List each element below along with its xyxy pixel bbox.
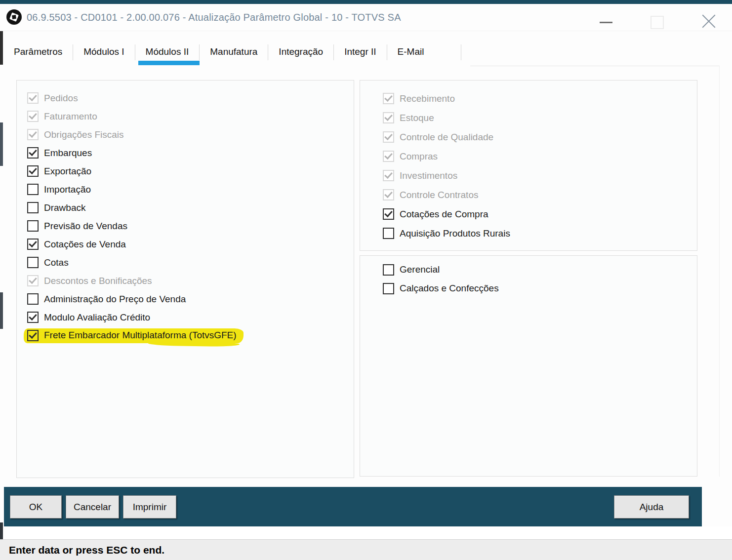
module-list: GerencialCalçados e Confecções [360,256,697,476]
checkbox-label[interactable]: Exportação [44,166,91,177]
checkbox-previsao-de-vendas[interactable] [27,220,39,232]
checkbox-importacao[interactable] [27,184,39,195]
checkbox-calcados-e-confeccoes[interactable] [383,283,394,294]
module-row: Drawback [27,199,354,217]
checkbox-label[interactable]: Administração do Preço de Venda [44,294,186,305]
cancelar-button[interactable]: Cancelar [66,495,119,519]
checkbox-estoque [383,112,394,123]
module-row: Faturamento [27,107,354,125]
status-bar: Enter data or press ESC to end. [0,539,732,560]
checkbox-label[interactable]: Frete Embarcador Multiplataforma (TotvsG… [44,330,237,341]
tab-e-mail[interactable]: E-Mail [398,43,424,63]
checkbox-label[interactable]: Embarques [44,148,92,159]
dialog-window: 06.9.5503 - CD0101 - 2.00.00.076 - Atual… [0,0,732,560]
module-row: Controle Contratos [383,185,697,204]
checkbox-investimentos [383,170,394,181]
highlight-marker: Frete Embarcador Multiplataforma (TotvsG… [24,328,244,343]
checkbox-cotacoes-de-compra[interactable] [383,208,394,220]
checkbox-cotas[interactable] [27,257,39,268]
checkbox-label: Recebimento [400,93,455,104]
checkbox-label[interactable]: Modulo Avaliação Crédito [44,312,150,323]
checkbox-frete-embarcador-multiplataforma-totvsgfe[interactable] [27,330,39,341]
status-text: Enter data or press ESC to end. [9,544,164,556]
checkbox-label: Controle de Qualidade [400,132,493,143]
footer-gap [3,526,732,539]
checkbox-label[interactable]: Calçados e Confecções [400,283,499,294]
checkbox-label: Investimentos [400,170,457,181]
checkbox-gerencial[interactable] [383,264,394,276]
action-buttons: OKCancelarImprimir [10,495,176,519]
tab-separator [268,44,268,60]
module-row: Obrigações Fiscais [27,125,354,144]
module-row: Modulo Avaliação Crédito [27,308,354,326]
checkbox-label[interactable]: Cotas [44,257,69,268]
window-accent-strip [0,0,732,4]
module-row: Aquisição Produtos Rurais [383,224,697,243]
checkbox-label[interactable]: Previsão de Vendas [44,221,127,232]
tab-parametros[interactable]: Parâmetros [14,43,62,63]
checkbox-label[interactable]: Cotações de Venda [44,239,126,250]
checkbox-label: Pedidos [44,93,78,104]
button-bar: OKCancelarImprimir Ajuda [4,487,702,526]
modules-panel-right-bottom: GerencialCalçados e Confecções [360,255,697,477]
modules-panel-right-top: RecebimentoEstoqueControle de QualidadeC… [360,80,697,251]
checkbox-exportacao[interactable] [27,165,39,177]
tab-page-border [470,66,719,66]
checkbox-label[interactable]: Importação [44,184,91,195]
close-icon[interactable] [701,14,716,29]
background-window-edge [0,292,3,329]
module-row: Previsão de Vendas [27,217,354,235]
module-row: Compras [383,147,697,166]
module-row: Importação [27,180,354,199]
checkbox-recebimento [383,93,394,104]
checkbox-cotacoes-de-venda[interactable] [27,239,39,250]
ajuda-button[interactable]: Ajuda [614,495,689,519]
checkbox-drawback[interactable] [27,202,39,213]
ok-button[interactable]: OK [10,495,62,519]
checkbox-obrigacoes-fiscais [27,129,39,140]
checkbox-label: Compras [400,151,438,162]
module-row: Controle de Qualidade [383,127,697,147]
tab-separator [199,44,200,60]
tab-manufatura[interactable]: Manufatura [210,43,257,63]
module-row: Calçados e Confecções [383,279,697,298]
module-row: Cotas [27,253,354,272]
maximize-icon[interactable] [651,16,664,29]
checkbox-controle-contratos [383,189,394,200]
checkbox-label: Descontos e Bonificações [44,276,152,286]
imprimir-button[interactable]: Imprimir [123,495,176,519]
checkbox-embarques[interactable] [27,147,39,159]
checkbox-descontos-e-bonificacoes [27,275,39,286]
window-title: 06.9.5503 - CD0101 - 2.00.00.076 - Atual… [27,12,401,23]
tab-separator [387,44,387,60]
module-row: Gerencial [383,260,697,279]
modules-panel-left: PedidosFaturamentoObrigações FiscaisEmba… [16,80,354,478]
title-bar: 06.9.5503 - CD0101 - 2.00.00.076 - Atual… [0,4,732,31]
module-row: Descontos e Bonificações [27,272,354,290]
tab-separator [135,44,135,60]
tab-modulos-ii[interactable]: Módulos II [146,43,189,63]
checkbox-modulo-avaliacao-credito[interactable] [27,312,39,323]
checkbox-label[interactable]: Aquisição Produtos Rurais [400,228,510,239]
module-list: RecebimentoEstoqueControle de QualidadeC… [360,80,697,250]
tab-page-border [719,66,720,477]
checkbox-label[interactable]: Cotações de Compra [400,209,488,220]
tab-separator [333,44,334,60]
module-row: Cotações de Venda [27,235,354,253]
checkbox-faturamento [27,111,39,122]
tab-modulos-i[interactable]: Módulos I [83,43,124,63]
module-row: Pedidos [27,89,354,107]
tab-integracao[interactable]: Integração [279,43,323,63]
checkbox-label[interactable]: Gerencial [400,264,440,275]
totvs-logo-icon [6,9,22,25]
tab-integr-ii[interactable]: Integr II [344,43,376,63]
checkbox-controle-de-qualidade [383,131,394,143]
checkbox-label[interactable]: Drawback [44,202,85,213]
checkbox-administracao-do-preco-de-venda[interactable] [27,293,39,305]
checkbox-pedidos [27,92,39,104]
module-row: Embarques [27,144,354,162]
checkbox-aquisicao-produtos-rurais[interactable] [383,228,394,239]
tab-separator [73,44,73,60]
module-row: Investimentos [383,166,697,185]
minimize-icon[interactable] [600,22,612,23]
